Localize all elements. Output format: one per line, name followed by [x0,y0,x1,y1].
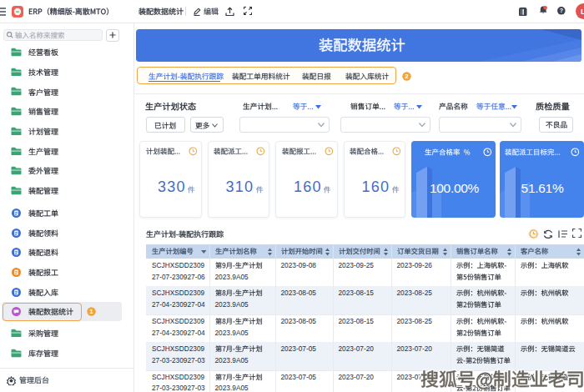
svg-text:2: 2 [405,73,409,80]
svg-text:?: ? [560,8,563,14]
svg-text:1: 1 [89,308,93,315]
svg-text:L: L [581,7,584,16]
